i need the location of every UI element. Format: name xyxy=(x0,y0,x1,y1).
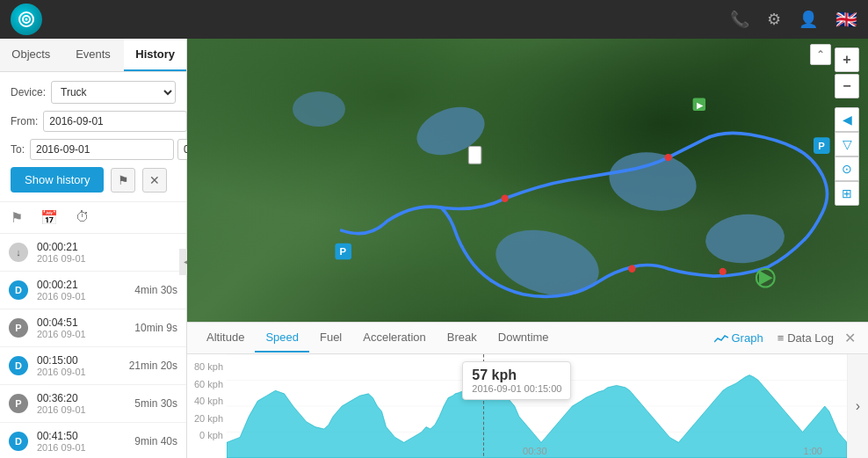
trip-badge-p: P xyxy=(9,394,28,413)
navigate-button-1[interactable]: ◀ xyxy=(835,107,859,132)
navigate-button-2[interactable]: ▽ xyxy=(835,132,859,156)
list-item[interactable]: P 00:36:20 2016 09-01 5min 30s xyxy=(0,385,186,423)
speed-chart-svg xyxy=(227,354,847,458)
trip-date: 2016 09-01 xyxy=(37,367,120,377)
graph-label: Graph xyxy=(732,331,763,345)
svg-point-2 xyxy=(25,18,28,21)
y-label-80: 80 kph xyxy=(191,361,223,372)
flag-button[interactable]: ⚑ xyxy=(111,168,135,193)
list-item[interactable]: D 00:00:21 2016 09-01 4min 30s xyxy=(0,272,186,309)
device-label: Device: xyxy=(11,86,46,98)
svg-point-4 xyxy=(665,154,672,161)
map-expand-button[interactable]: ⌃ xyxy=(810,44,831,65)
map-route: ▶ P P xyxy=(187,39,868,322)
data-log-button[interactable]: ≡ Data Log xyxy=(770,331,841,345)
zoom-in-button[interactable]: + xyxy=(835,47,859,72)
from-row: From: xyxy=(11,111,176,132)
svg-marker-13 xyxy=(759,271,773,286)
graph-view-button[interactable]: Graph xyxy=(707,331,770,345)
map-container[interactable]: ▶ P P ⌃ + − xyxy=(187,39,868,322)
app-logo xyxy=(11,4,42,35)
chart-tab-acceleration[interactable]: Acceleration xyxy=(352,324,437,353)
chart-close-button[interactable]: ✕ xyxy=(841,330,859,346)
trip-time: 00:41:50 xyxy=(37,430,126,442)
to-row: To: xyxy=(11,139,176,160)
svg-point-22 xyxy=(480,379,487,387)
user-icon[interactable]: 👤 xyxy=(799,10,818,29)
device-select[interactable]: Truck xyxy=(51,81,176,104)
trip-date: 2016 09-01 xyxy=(37,253,169,264)
chart-tab-downtime[interactable]: Downtime xyxy=(488,324,560,353)
trip-time: 00:15:00 xyxy=(37,354,120,367)
y-label-60: 60 kph xyxy=(191,379,223,389)
from-label: From: xyxy=(11,115,38,127)
chart-tab-break[interactable]: Break xyxy=(437,324,488,353)
trip-info: 00:41:50 2016 09-01 xyxy=(37,430,126,453)
y-label-20: 20 kph xyxy=(191,413,223,424)
filter-icons-row: ⚑ 📅 ⏱ xyxy=(0,202,186,234)
from-date-input[interactable] xyxy=(43,111,187,132)
list-item[interactable]: D 00:15:00 2016 09-01 21min 20s xyxy=(0,347,186,385)
gear-icon[interactable]: ⚙ xyxy=(767,10,781,29)
chart-scroll-right-button[interactable]: › xyxy=(847,354,868,458)
tab-events[interactable]: Events xyxy=(62,39,125,71)
chart-tabs: Altitude Speed Fuel Acceleration Break D… xyxy=(187,323,868,354)
svg-text:P: P xyxy=(340,246,347,257)
map-controls: + − ◀ ▽ ⊙ ⊞ xyxy=(835,47,859,206)
clock-filter-icon[interactable]: ⏱ xyxy=(76,209,90,226)
show-history-button[interactable]: Show history xyxy=(11,167,104,193)
trip-badge-d: D xyxy=(9,356,28,375)
graph-icon xyxy=(714,333,728,344)
list-item[interactable]: ↓ 00:00:21 2016 09-01 xyxy=(0,234,186,272)
chart-tab-altitude[interactable]: Altitude xyxy=(196,324,255,353)
trip-info: 00:04:51 2016 09-01 xyxy=(37,316,126,339)
flag-gb-icon[interactable]: 🇬🇧 xyxy=(835,9,857,30)
trip-time: 00:36:20 xyxy=(37,392,126,404)
zoom-out-button[interactable]: − xyxy=(835,74,859,98)
to-date-input[interactable] xyxy=(30,139,174,160)
menu-icon: ≡ xyxy=(778,331,785,345)
trip-time: 00:00:21 xyxy=(37,241,169,253)
chart-area[interactable]: 57 kph 2016-09-01 00:15:00 00:30 1:00 xyxy=(227,354,847,458)
form-action-row: Show history ⚑ ✕ xyxy=(11,167,176,193)
nav-controls: ◀ ▽ ⊙ ⊞ xyxy=(835,107,859,206)
trip-time: 00:00:21 xyxy=(37,279,126,291)
device-row: Device: Truck xyxy=(11,81,176,104)
trip-list: ↓ 00:00:21 2016 09-01 D 00:00:21 2016 09… xyxy=(0,234,186,458)
trip-info: 00:00:21 2016 09-01 xyxy=(37,241,169,264)
tab-bar: Objects Events History xyxy=(0,39,186,72)
svg-point-3 xyxy=(502,195,509,202)
trip-date: 2016 09-01 xyxy=(37,291,126,302)
x-label-100: 1:00 xyxy=(804,446,822,456)
topbar-icons: 📞 ⚙ 👤 🇬🇧 xyxy=(730,9,857,30)
chart-tab-fuel[interactable]: Fuel xyxy=(309,324,352,353)
svg-point-5 xyxy=(720,268,727,275)
chart-tab-speed[interactable]: Speed xyxy=(255,324,309,353)
list-item[interactable]: P 00:04:51 2016 09-01 10min 9s xyxy=(0,309,186,347)
tab-history[interactable]: History xyxy=(124,39,186,71)
trip-time: 00:04:51 xyxy=(37,316,126,329)
layers-button[interactable]: ⊞ xyxy=(835,181,859,206)
y-label-0: 0 kph xyxy=(191,430,223,440)
main-layout: Objects Events History Device: Truck Fro… xyxy=(0,39,868,458)
trip-info: 00:15:00 2016 09-01 xyxy=(37,354,120,377)
map-background: ▶ P P ⌃ + − xyxy=(187,39,868,322)
phone-icon[interactable]: 📞 xyxy=(730,10,749,29)
trip-badge-down: ↓ xyxy=(9,243,28,262)
close-button[interactable]: ✕ xyxy=(142,168,167,193)
calendar-filter-icon[interactable]: 📅 xyxy=(40,209,58,226)
trip-date: 2016 09-01 xyxy=(37,404,126,415)
location-button[interactable]: ⊙ xyxy=(835,156,859,181)
data-log-label: Data Log xyxy=(787,331,834,345)
list-item[interactable]: D 00:41:50 2016 09-01 9min 40s xyxy=(0,423,186,458)
trip-duration: 5min 30s xyxy=(134,397,177,410)
map-area: ▶ P P ⌃ + − xyxy=(187,39,868,458)
trip-badge-d: D xyxy=(9,280,28,300)
trip-duration: 10min 9s xyxy=(134,322,177,334)
chart-y-axis: 80 kph 60 kph 40 kph 20 kph 0 kph xyxy=(187,354,227,458)
trip-info: 00:36:20 2016 09-01 xyxy=(37,392,126,415)
tab-objects[interactable]: Objects xyxy=(0,39,62,71)
x-label-0030: 00:30 xyxy=(523,446,547,456)
flag-filter-icon[interactable]: ⚑ xyxy=(11,209,23,226)
trip-date: 2016 09-01 xyxy=(37,329,126,339)
